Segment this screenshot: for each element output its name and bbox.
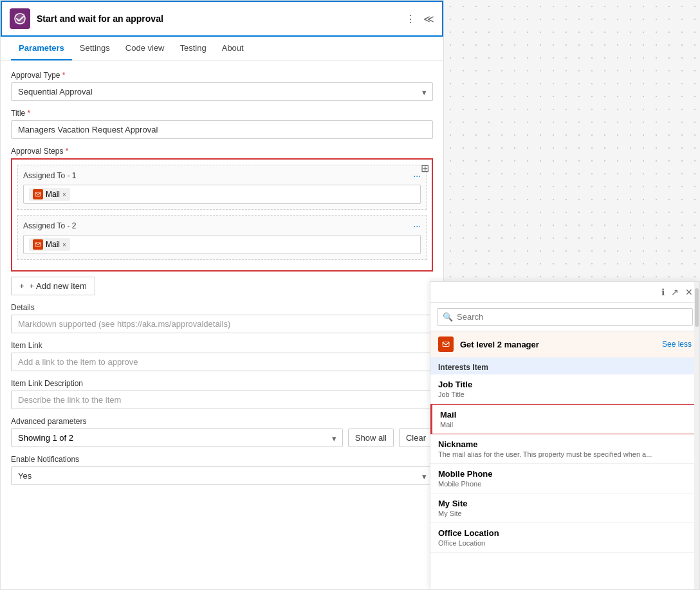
scrollbar[interactable] (694, 282, 699, 589)
step-2-tag-input[interactable]: Mail × (23, 235, 421, 254)
title-input[interactable] (11, 120, 433, 139)
item-desc-office-location: Office Location (438, 539, 692, 547)
item-desc-mail: Mail (440, 421, 691, 429)
expand-button[interactable]: ↗ (671, 287, 679, 297)
step-1-item: Assigned To - 1 ··· Mail × (17, 165, 427, 210)
step-2-mail-tag: Mail × (29, 238, 70, 251)
add-item-plus: + (19, 281, 24, 291)
step-1-options[interactable]: ··· (413, 171, 421, 181)
tab-parameters[interactable]: Parameters (11, 37, 72, 60)
list-item-my-site[interactable]: My Site My Site (430, 493, 699, 523)
search-input-wrap[interactable]: 🔍 (437, 308, 693, 326)
form-area: Approval Type * Sequential Approval Appr… (1, 60, 443, 495)
tab-codeview[interactable]: Code view (118, 37, 172, 60)
approval-type-select-wrap: Sequential Approval Approve/Reject - Fir… (11, 82, 433, 101)
item-link-desc-input[interactable] (11, 391, 433, 409)
header-icons: ⋮ ≪ (405, 13, 434, 25)
item-link-input[interactable] (11, 353, 433, 371)
svg-rect-6 (441, 339, 451, 349)
step-1-label: Assigned To - 1 (23, 171, 77, 180)
step-1-mail-tag: Mail × (29, 188, 70, 201)
add-item-label: + Add new item (30, 281, 87, 291)
action-title: Start and wait for an approval (37, 14, 399, 24)
step-1-tag-label: Mail (46, 190, 60, 199)
advanced-select-wrap: Showing 1 of 2 (11, 429, 343, 447)
step-2-options[interactable]: ··· (413, 221, 421, 231)
step-1-header: Assigned To - 1 ··· (23, 171, 421, 181)
enable-notif-label: Enable Notifications (11, 455, 433, 464)
office-icon-2 (33, 239, 43, 250)
step-2-header: Assigned To - 2 ··· (23, 221, 421, 231)
details-field: Details (11, 303, 433, 333)
approval-type-select[interactable]: Sequential Approval Approve/Reject - Fir… (11, 82, 433, 101)
left-panel: Start and wait for an approval ⋮ ≪ Param… (0, 0, 444, 590)
title-field: Title * (11, 109, 433, 139)
list-item-mail[interactable]: Mail Mail (430, 404, 699, 434)
list-item-nickname[interactable]: Nickname The mail alias for the user. Th… (430, 434, 699, 464)
approval-type-field: Approval Type * Sequential Approval Appr… (11, 71, 433, 101)
details-input[interactable] (11, 315, 433, 333)
item-desc-mobile-phone: Mobile Phone (438, 480, 692, 488)
close-button[interactable]: ✕ (685, 287, 693, 297)
item-desc-nickname: The mail alias for the user. This proper… (438, 450, 692, 458)
tab-testing[interactable]: Testing (172, 37, 214, 60)
approval-type-label: Approval Type * (11, 71, 433, 80)
step-1-tag-input[interactable]: Mail × (23, 185, 421, 204)
collapse-button[interactable]: ≪ (423, 13, 434, 25)
item-link-desc-label: Item Link Description (11, 379, 433, 388)
item-name-mobile-phone: Mobile Phone (438, 469, 692, 479)
enable-notifications-field: Enable Notifications Yes No (11, 455, 433, 485)
advanced-label: Advanced parameters (11, 417, 433, 426)
step-2-tag-label: Mail (46, 240, 60, 249)
context-office-icon (438, 336, 454, 352)
tabs-bar: Parameters Settings Code view Testing Ab… (1, 37, 443, 60)
item-link-label: Item Link (11, 341, 433, 350)
item-link-desc-field: Item Link Description (11, 379, 433, 409)
see-less-button[interactable]: See less (662, 340, 692, 349)
list-item-job-title[interactable]: Job Title Job Title (430, 374, 699, 404)
show-all-button[interactable]: Show all (348, 429, 394, 447)
item-name-my-site: My Site (438, 499, 692, 508)
context-name: Get level 2 manager (460, 340, 656, 349)
search-input[interactable] (457, 312, 687, 322)
tab-settings[interactable]: Settings (72, 37, 118, 60)
add-new-item-button[interactable]: + + Add new item (11, 277, 95, 295)
step-2-tag-close[interactable]: × (62, 241, 66, 248)
title-label: Title * (11, 109, 433, 118)
action-header: Start and wait for an approval ⋮ ≪ (1, 1, 443, 37)
tab-about[interactable]: About (214, 37, 252, 60)
right-panel: ℹ ↗ ✕ 🔍 Get level 2 manager See less (444, 0, 700, 590)
advanced-parameters-field: Advanced parameters Showing 1 of 2 Show … (11, 417, 433, 447)
step-1-tag-close[interactable]: × (62, 191, 66, 198)
approval-steps-label: Approval Steps * (11, 147, 433, 156)
clear-button[interactable]: Clear (399, 429, 433, 447)
enable-notif-select-wrap: Yes No (11, 466, 433, 485)
office-icon-1 (33, 189, 43, 199)
item-desc-my-site: My Site (438, 510, 692, 517)
info-button[interactable]: ℹ (661, 287, 665, 297)
item-name-job-title: Job Title (438, 380, 692, 389)
search-icon: 🔍 (443, 312, 453, 322)
step-2-label: Assigned To - 2 (23, 221, 77, 230)
action-icon-box (10, 8, 30, 29)
approval-steps-section: Approval Steps * ⊞ Assigned To - 1 ··· (11, 147, 433, 295)
enable-notif-select[interactable]: Yes No (11, 466, 433, 485)
list-item-office-location[interactable]: Office Location Office Location (430, 523, 699, 553)
more-options-button[interactable]: ⋮ (405, 13, 416, 25)
step-2-item: Assigned To - 2 ··· Mail × (17, 215, 427, 260)
details-label: Details (11, 303, 433, 312)
panel-header: ℹ ↗ ✕ (430, 282, 699, 303)
item-name-mail: Mail (440, 410, 691, 419)
context-item: Get level 2 manager See less (430, 331, 699, 358)
item-name-office-location: Office Location (438, 528, 692, 538)
scrollbar-thumb (695, 288, 699, 327)
approval-icon (14, 12, 26, 25)
item-desc-job-title: Job Title (438, 391, 692, 398)
dynamic-panel: ℹ ↗ ✕ 🔍 Get level 2 manager See less (430, 281, 700, 590)
category-header-interests: Interests Item (430, 358, 699, 374)
approval-steps-box: ⊞ Assigned To - 1 ··· Mail × (11, 158, 433, 272)
advanced-select[interactable]: Showing 1 of 2 (11, 429, 343, 447)
list-item-mobile-phone[interactable]: Mobile Phone Mobile Phone (430, 464, 699, 493)
panel-list: Job Title Job Title Mail Mail Nickname T… (430, 374, 699, 589)
item-link-field: Item Link (11, 341, 433, 371)
